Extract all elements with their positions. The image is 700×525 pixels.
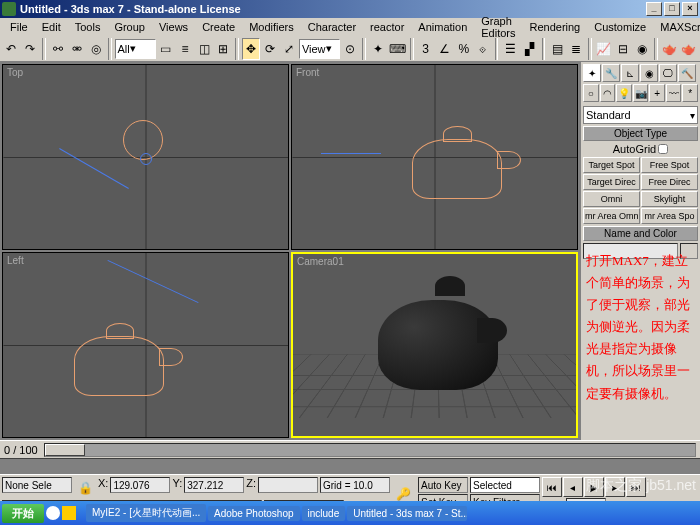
watermark: 脚本之家 jb51.net [586,477,696,495]
time-thumb[interactable] [45,444,85,456]
viewport-camera[interactable]: Camera01 [291,252,578,438]
task-item[interactable]: Untitled - 3ds max 7 - St... [347,506,467,521]
track-bar[interactable] [0,458,700,474]
keyfilter-selected[interactable]: Selected [470,477,540,493]
selection-filter[interactable]: All▾ [115,39,156,59]
motion-tab[interactable]: ◉ [640,64,658,82]
tray-icon[interactable] [46,506,60,520]
spinner-snap-button[interactable]: ⟐ [474,38,492,60]
menu-maxscript[interactable]: MAXScript [654,20,700,34]
free-direct-button[interactable]: Free Direc [641,174,698,190]
redo-button[interactable]: ↷ [21,38,39,60]
lights-icon[interactable]: 💡 [616,84,632,102]
menu-file[interactable]: File [4,20,34,34]
z-coord[interactable] [258,477,318,493]
move-button[interactable]: ✥ [242,38,260,60]
menu-grapheditors[interactable]: Graph Editors [475,14,521,40]
bind-button[interactable]: ◎ [87,38,105,60]
create-tab[interactable]: ✦ [583,64,601,82]
task-item[interactable]: Adobe Photoshop [208,506,300,521]
menu-tools[interactable]: Tools [69,20,107,34]
shapes-icon[interactable]: ◠ [600,84,616,102]
goto-start-button[interactable]: ⏮ [542,477,562,497]
menu-character[interactable]: Character [302,20,362,34]
systems-icon[interactable]: * [682,84,698,102]
select-button[interactable]: ▭ [157,38,175,60]
menu-modifiers[interactable]: Modifiers [243,20,300,34]
layers-button[interactable]: ≣ [567,38,585,60]
menu-bar: File Edit Tools Group Views Create Modif… [0,18,700,36]
minimize-button[interactable]: _ [646,2,662,16]
windows-taskbar: 开始 MyIE2 - [火星时代动画... Adobe Photoshop in… [0,501,700,525]
schematic-button[interactable]: ⊟ [614,38,632,60]
category-dropdown[interactable]: Standard [583,106,698,124]
maximize-button[interactable]: □ [664,2,680,16]
ref-coord-system[interactable]: View▾ [299,39,340,59]
target-direct-button[interactable]: Target Direc [583,174,640,190]
menu-views[interactable]: Views [153,20,194,34]
scale-button[interactable]: ⤢ [280,38,298,60]
lock-button[interactable]: 🔒 [74,477,96,499]
unlink-button[interactable]: ⚮ [68,38,86,60]
percent-snap-button[interactable]: % [455,38,473,60]
hierarchy-tab[interactable]: ⊾ [621,64,639,82]
undo-button[interactable]: ↶ [2,38,20,60]
name-color-header[interactable]: Name and Color [583,226,698,241]
viewport-left[interactable]: Left [2,252,289,438]
menu-group[interactable]: Group [108,20,151,34]
time-slider[interactable]: 0 / 100 [0,440,700,458]
named-sel-button[interactable]: ☰ [501,38,519,60]
snap-button[interactable]: 3 [417,38,435,60]
utilities-tab[interactable]: 🔨 [678,64,696,82]
task-item[interactable]: include [302,506,346,521]
tray-icon[interactable] [62,506,76,520]
menu-edit[interactable]: Edit [36,20,67,34]
mr-area-omni-button[interactable]: mr Area Omn [583,208,640,224]
helpers-icon[interactable]: + [649,84,665,102]
menu-create[interactable]: Create [196,20,241,34]
geometry-icon[interactable]: ○ [583,84,599,102]
render-scene-button[interactable]: 🫖 [661,38,679,60]
select-region-button[interactable]: ◫ [195,38,213,60]
task-item[interactable]: MyIE2 - [火星时代动画... [86,504,206,522]
modify-tab[interactable]: 🔧 [602,64,620,82]
free-spot-button[interactable]: Free Spot [641,157,698,173]
align-button[interactable]: ▤ [548,38,566,60]
menu-reactor[interactable]: reactor [364,20,410,34]
viewport-front[interactable]: Front [291,64,578,250]
app-icon [2,2,16,16]
autogrid-checkbox[interactable]: AutoGrid [583,143,698,155]
omni-button[interactable]: Omni [583,191,640,207]
target-spot-button[interactable]: Target Spot [583,157,640,173]
viewport-top[interactable]: Top [2,64,289,250]
mr-area-spot-button[interactable]: mr Area Spo [641,208,698,224]
pivot-button[interactable]: ⊙ [341,38,359,60]
y-coord[interactable]: 327.212 [184,477,244,493]
display-tab[interactable]: 🖵 [659,64,677,82]
autokey-button[interactable]: Auto Key [418,477,468,493]
skylight-button[interactable]: Skylight [641,191,698,207]
menu-animation[interactable]: Animation [412,20,473,34]
menu-rendering[interactable]: Rendering [523,20,586,34]
rotate-button[interactable]: ⟳ [261,38,279,60]
viewport-area: Top Front Left Camera01 [0,62,580,440]
object-type-header[interactable]: Object Type [583,126,698,141]
material-button[interactable]: ◉ [633,38,651,60]
select-name-button[interactable]: ≡ [176,38,194,60]
angle-snap-button[interactable]: ∠ [436,38,454,60]
start-button[interactable]: 开始 [2,504,44,523]
x-coord[interactable]: 129.076 [110,477,170,493]
cameras-icon[interactable]: 📷 [633,84,649,102]
tutorial-annotation: 打开MAX7，建立个简单的场景，为了便于观察，部光为侧逆光。因为柔光是指定为摄像… [586,250,698,405]
link-button[interactable]: ⚯ [49,38,67,60]
mirror-button[interactable]: ▞ [521,38,539,60]
curve-editor-button[interactable]: 📈 [595,38,613,60]
keymode-button[interactable]: ⌨ [388,38,407,60]
quick-render-button[interactable]: 🫖 [680,38,698,60]
window-crossing-button[interactable]: ⊞ [214,38,232,60]
menu-customize[interactable]: Customize [588,20,652,34]
close-button[interactable]: × [682,2,698,16]
spacewarps-icon[interactable]: 〰 [666,84,682,102]
manipulate-button[interactable]: ✦ [369,38,387,60]
prev-frame-button[interactable]: ◂ [563,477,583,497]
